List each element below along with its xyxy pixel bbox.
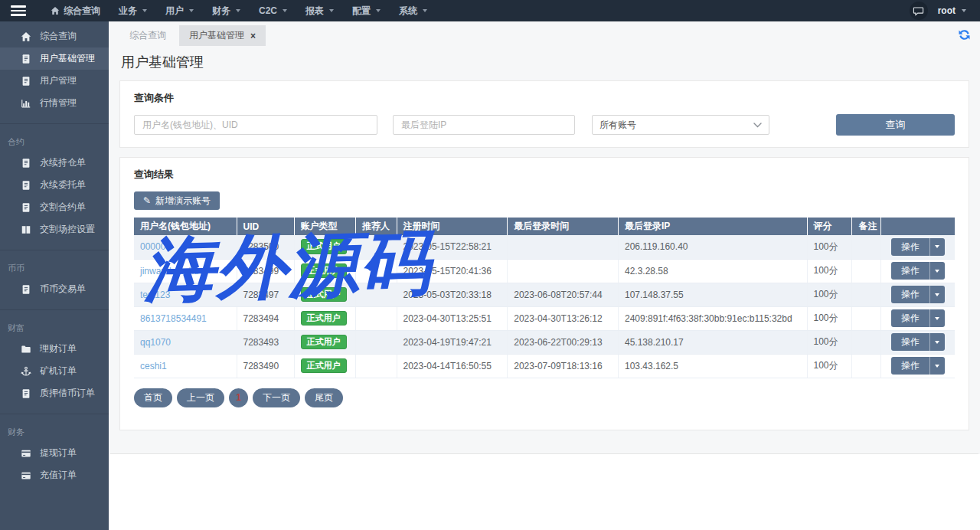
credit-card-icon: [21, 470, 31, 481]
hamburger-menu-icon[interactable]: [0, 0, 37, 21]
column-header-referrer: 推荐人: [355, 218, 397, 235]
sidebar-group-spot: 币币 币币交易单: [0, 250, 109, 309]
chevron-down-icon[interactable]: [929, 238, 945, 256]
pagination: 首页 上一页 1 下一页 尾页: [134, 388, 955, 407]
reg-time-cell: 2023-04-30T13:25:51: [397, 306, 508, 330]
nav-item-system[interactable]: 系统: [390, 0, 436, 21]
table-row: 000000 7283500 正式用户 2023-05-15T22:58:21 …: [134, 235, 955, 259]
nav-item-home[interactable]: 综合查询: [41, 0, 109, 21]
last-login-time-cell: [508, 235, 619, 259]
pagination-last-button[interactable]: 尾页: [305, 388, 343, 407]
reg-time-cell: 2023-04-19T19:47:21: [397, 330, 508, 354]
table-row: 8613718534491 7283494 正式用户 2023-04-30T13…: [134, 306, 955, 330]
nav-item-business[interactable]: 业务: [109, 0, 156, 21]
sidebar-item-wealth-orders[interactable]: 理财订单: [0, 338, 109, 360]
referrer-cell: [355, 306, 397, 330]
reg-time-cell: 2023-05-15T22:58:21: [397, 235, 508, 259]
pagination-first-button[interactable]: 首页: [134, 388, 172, 407]
remark-cell: [852, 259, 881, 283]
table-row: qq1070 7283493 正式用户 2023-04-19T19:47:21 …: [134, 330, 955, 354]
sidebar-item-withdraw-orders[interactable]: 提现订单: [0, 442, 109, 464]
query-results-panel: 查询结果 ✎ 新增演示账号 用户名(钱包地址) UID 账户类型 推荐人: [119, 157, 969, 430]
add-demo-account-button[interactable]: ✎ 新增演示账号: [134, 191, 220, 210]
sidebar-item-spot-trades[interactable]: 币币交易单: [0, 278, 109, 300]
tab-bar: 综合查询 用户基础管理 ×: [109, 25, 980, 46]
row-action-button[interactable]: 操作: [891, 357, 945, 375]
pagination-current-page[interactable]: 1: [229, 388, 248, 407]
account-type-badge: 正式用户: [301, 239, 347, 254]
chevron-down-icon[interactable]: [929, 262, 945, 280]
pagination-prev-button[interactable]: 上一页: [177, 388, 224, 407]
reg-time-cell: 2023-04-14T16:50:55: [397, 354, 508, 378]
uid-cell: 7283493: [237, 330, 294, 354]
sidebar: 综合查询 用户基础管理 用户管理 行情管理 合约 永续持仓单: [0, 21, 109, 530]
sidebar-item-miner-orders[interactable]: 矿机订单: [0, 360, 109, 382]
chevron-down-icon[interactable]: [929, 333, 945, 351]
username-uid-input[interactable]: [134, 115, 377, 135]
reg-time-cell: 2023-05-03T20:33:18: [397, 283, 508, 306]
last-login-ip-cell: 45.138.210.17: [618, 330, 807, 354]
refresh-icon[interactable]: [958, 28, 971, 41]
chevron-down-icon: [753, 123, 762, 128]
sidebar-section-label: 财富: [0, 314, 109, 338]
referrer-cell: [355, 259, 397, 283]
user-menu[interactable]: root: [938, 5, 966, 16]
sidebar-item-pledge-loan-orders[interactable]: 质押借币订单: [0, 382, 109, 404]
close-icon[interactable]: ×: [250, 31, 256, 41]
chevron-down-icon[interactable]: [929, 309, 945, 327]
last-login-time-cell: 2023-07-09T18:13:16: [508, 354, 619, 378]
last-login-ip-input[interactable]: [393, 115, 575, 135]
username-link[interactable]: 8613718534491: [140, 313, 207, 324]
sidebar-section-label: 币币: [0, 254, 109, 278]
chat-button[interactable]: [910, 2, 928, 20]
bar-chart-icon: [21, 98, 31, 109]
row-action-button[interactable]: 操作: [891, 286, 945, 303]
account-type-badge: 正式用户: [301, 263, 347, 279]
tab-summary-query[interactable]: 综合查询: [119, 25, 176, 46]
username-link[interactable]: test123: [140, 290, 170, 300]
tab-user-basic-mgmt[interactable]: 用户基础管理 ×: [179, 25, 266, 46]
row-action-button[interactable]: 操作: [891, 333, 945, 351]
sidebar-group-wealth: 财富 理财订单 矿机订单 质押借币订单: [0, 309, 109, 414]
username-link[interactable]: jinwandalaohu: [140, 266, 199, 276]
account-type-select[interactable]: 所有账号: [592, 115, 769, 135]
chevron-down-icon: [142, 9, 147, 12]
folder-icon: [21, 344, 31, 355]
sidebar-item-user-basic-mgmt[interactable]: 用户基础管理: [0, 47, 109, 70]
pagination-next-button[interactable]: 下一页: [253, 388, 300, 407]
nav-item-user[interactable]: 用户: [156, 0, 203, 21]
sidebar-item-perpetual-positions[interactable]: 永续持仓单: [0, 152, 109, 174]
sidebar-item-deposit-orders[interactable]: 充值订单: [0, 464, 109, 486]
query-conditions-panel: 查询条件 所有账号 查询: [119, 80, 969, 148]
nav-item-finance[interactable]: 财务: [203, 0, 250, 21]
chevron-down-icon: [189, 9, 194, 12]
row-action-button[interactable]: 操作: [891, 309, 945, 327]
remark-cell: [852, 330, 881, 354]
row-action-button[interactable]: 操作: [891, 238, 945, 256]
panel-title: 查询条件: [134, 91, 955, 105]
username-link[interactable]: qq1070: [140, 337, 171, 348]
nav-item-report[interactable]: 报表: [296, 0, 343, 21]
top-navbar: 综合查询 业务 用户 财务 C2C 报表 配置 系统 root: [0, 0, 980, 21]
last-login-ip-cell: 103.43.162.5: [618, 354, 807, 378]
nav-item-config[interactable]: 配置: [343, 0, 390, 21]
row-action-button[interactable]: 操作: [891, 262, 945, 280]
username-link[interactable]: 000000: [140, 241, 171, 252]
sidebar-item-delivery-contracts[interactable]: 交割合约单: [0, 196, 109, 218]
chevron-down-icon[interactable]: [929, 357, 945, 375]
sidebar-item-delivery-control[interactable]: 交割场控设置: [0, 218, 109, 240]
chevron-down-icon[interactable]: [929, 286, 945, 303]
sidebar-group-main: 综合查询 用户基础管理 用户管理 行情管理: [0, 21, 109, 123]
uid-cell: 7283494: [237, 306, 294, 330]
username-link[interactable]: ceshi1: [140, 361, 167, 371]
column-header-score: 评分: [807, 218, 852, 235]
nav-item-c2c[interactable]: C2C: [250, 0, 296, 21]
select-value: 所有账号: [599, 119, 636, 132]
account-type-badge: 正式用户: [301, 358, 347, 374]
sidebar-item-user-mgmt[interactable]: 用户管理: [0, 70, 109, 92]
sidebar-item-market-mgmt[interactable]: 行情管理: [0, 92, 109, 114]
sidebar-group-finance: 财务 提现订单 充值订单: [0, 414, 109, 496]
sidebar-item-summary-query[interactable]: 综合查询: [0, 25, 109, 47]
search-button[interactable]: 查询: [836, 114, 955, 136]
sidebar-item-perpetual-orders[interactable]: 永续委托单: [0, 174, 109, 196]
